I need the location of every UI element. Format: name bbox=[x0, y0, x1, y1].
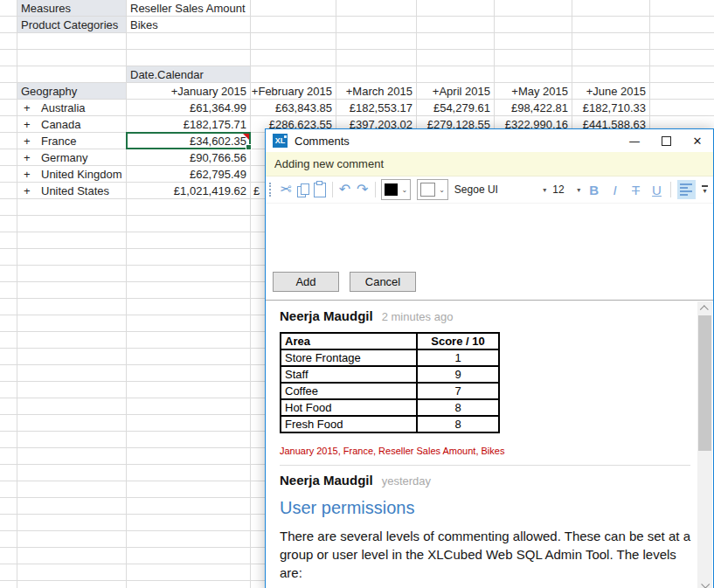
cell[interactable] bbox=[0, 465, 17, 481]
cell[interactable] bbox=[17, 465, 127, 481]
cell[interactable] bbox=[17, 249, 127, 266]
cell[interactable] bbox=[0, 282, 17, 299]
cell[interactable] bbox=[650, 66, 714, 83]
cell[interactable] bbox=[127, 266, 251, 282]
cell[interactable] bbox=[650, 33, 714, 50]
toolbar-overflow-button[interactable]: ▾ bbox=[702, 185, 708, 193]
cell[interactable] bbox=[0, 332, 17, 349]
cell[interactable] bbox=[0, 83, 17, 100]
cell[interactable] bbox=[0, 100, 17, 116]
bold-button[interactable]: B bbox=[586, 183, 601, 197]
cell[interactable] bbox=[0, 498, 17, 515]
align-left-button[interactable] bbox=[677, 180, 696, 199]
cell[interactable] bbox=[127, 365, 251, 382]
cell[interactable] bbox=[17, 365, 127, 382]
cell[interactable] bbox=[17, 481, 127, 498]
value-cell[interactable]: £54,279.61 bbox=[417, 100, 495, 116]
cell[interactable] bbox=[17, 382, 127, 398]
cell[interactable] bbox=[127, 349, 251, 365]
cell[interactable] bbox=[127, 448, 251, 465]
cell[interactable] bbox=[127, 216, 251, 232]
cell[interactable] bbox=[251, 17, 336, 33]
cell[interactable] bbox=[127, 465, 251, 481]
cell[interactable] bbox=[0, 564, 17, 581]
cell[interactable] bbox=[0, 183, 17, 199]
cell[interactable] bbox=[17, 66, 127, 83]
cell[interactable] bbox=[0, 249, 17, 266]
cell[interactable] bbox=[0, 266, 17, 282]
value-cell[interactable]: £182,553.17 bbox=[336, 100, 417, 116]
column-header[interactable]: +February 2015 bbox=[251, 83, 336, 100]
cell[interactable] bbox=[17, 216, 127, 232]
paste-icon[interactable] bbox=[314, 183, 325, 197]
cell[interactable] bbox=[127, 415, 251, 432]
copy-icon[interactable] bbox=[297, 183, 308, 197]
cell[interactable] bbox=[0, 531, 17, 548]
cell[interactable] bbox=[17, 232, 127, 249]
cell[interactable] bbox=[17, 266, 127, 282]
cell[interactable] bbox=[127, 531, 251, 548]
font-size-select[interactable]: 12 ▾ bbox=[552, 183, 580, 196]
cell[interactable] bbox=[17, 581, 127, 588]
cell[interactable] bbox=[495, 50, 572, 66]
cell[interactable] bbox=[0, 398, 17, 415]
cell[interactable] bbox=[0, 50, 17, 66]
cell[interactable] bbox=[17, 548, 127, 564]
expand-toggle-icon[interactable]: + bbox=[17, 168, 41, 181]
cell[interactable] bbox=[572, 50, 650, 66]
value-cell[interactable]: £182,175.71 bbox=[127, 116, 251, 133]
cell[interactable] bbox=[0, 349, 17, 365]
cell[interactable] bbox=[17, 515, 127, 531]
underline-button[interactable]: U bbox=[649, 183, 664, 197]
cell[interactable] bbox=[0, 315, 17, 332]
cell[interactable] bbox=[417, 0, 495, 17]
italic-button[interactable]: I bbox=[607, 183, 622, 197]
cell[interactable] bbox=[650, 50, 714, 66]
cell[interactable] bbox=[572, 17, 650, 33]
value-cell[interactable]: £34,602.35 bbox=[127, 133, 251, 149]
cell[interactable] bbox=[0, 199, 17, 216]
cell[interactable] bbox=[17, 349, 127, 365]
expand-toggle-icon[interactable]: + bbox=[17, 101, 41, 114]
cell[interactable] bbox=[650, 83, 714, 100]
cell[interactable] bbox=[17, 432, 127, 448]
font-name-select[interactable]: Segoe UI ▾ bbox=[454, 183, 546, 196]
cut-icon[interactable]: ✂ bbox=[280, 183, 291, 197]
cell[interactable] bbox=[127, 581, 251, 588]
cell[interactable] bbox=[251, 0, 336, 17]
value-cell[interactable]: £1,021,419.62 bbox=[127, 183, 251, 199]
expand-toggle-icon[interactable]: + bbox=[17, 118, 41, 131]
dimension-header[interactable]: Date.Calendar bbox=[127, 66, 251, 83]
cell[interactable] bbox=[17, 332, 127, 349]
strikethrough-button[interactable]: T bbox=[628, 183, 643, 197]
cell[interactable] bbox=[495, 0, 572, 17]
cell[interactable] bbox=[127, 315, 251, 332]
row-header-cell[interactable]: +United States bbox=[17, 183, 127, 199]
row-header-cell[interactable]: +France bbox=[17, 133, 127, 149]
cell[interactable] bbox=[17, 199, 127, 216]
expand-toggle-icon[interactable]: + bbox=[17, 184, 41, 197]
cell[interactable] bbox=[0, 216, 17, 232]
value-cell[interactable]: £90,766.56 bbox=[127, 149, 251, 166]
column-header[interactable]: +March 2015 bbox=[336, 83, 417, 100]
value-cell[interactable]: £61,364.99 bbox=[127, 100, 251, 116]
cell[interactable] bbox=[336, 66, 417, 83]
cell[interactable] bbox=[251, 66, 336, 83]
cell[interactable] bbox=[650, 100, 714, 116]
cell[interactable] bbox=[17, 50, 127, 66]
cell[interactable] bbox=[495, 66, 572, 83]
filter-value[interactable]: Reseller Sales Amount bbox=[127, 0, 251, 17]
cell[interactable] bbox=[417, 66, 495, 83]
cell[interactable] bbox=[0, 382, 17, 398]
filter-value[interactable]: Bikes bbox=[127, 17, 251, 33]
cell[interactable] bbox=[0, 415, 17, 432]
cell[interactable] bbox=[127, 232, 251, 249]
cell[interactable] bbox=[127, 515, 251, 531]
cell[interactable] bbox=[572, 66, 650, 83]
cell[interactable] bbox=[0, 365, 17, 382]
column-header[interactable]: +May 2015 bbox=[495, 83, 572, 100]
cell[interactable] bbox=[0, 17, 17, 33]
cell[interactable] bbox=[0, 33, 17, 50]
cell[interactable] bbox=[336, 33, 417, 50]
cell[interactable] bbox=[17, 398, 127, 415]
